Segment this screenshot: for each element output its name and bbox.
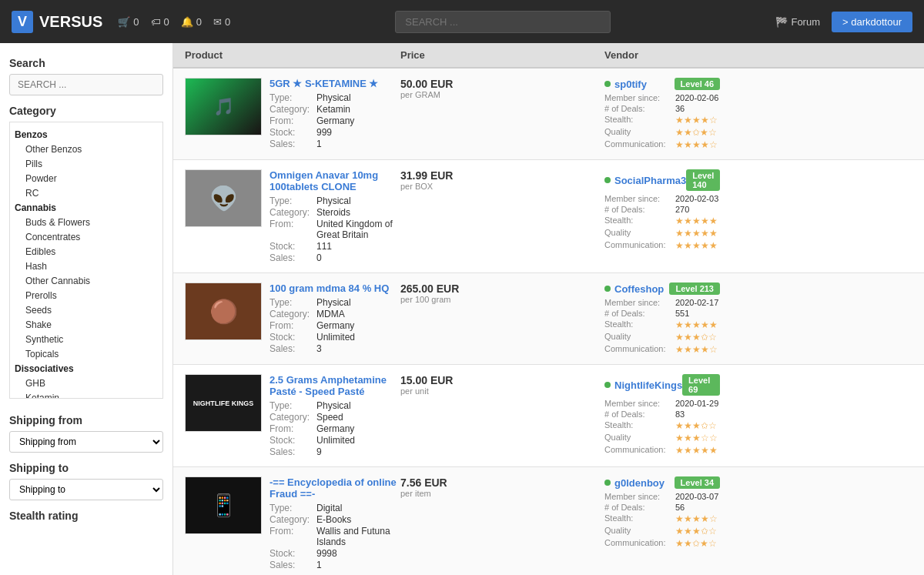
- vendor-online-indicator: [604, 81, 611, 87]
- list-item: Prerolls: [15, 288, 158, 303]
- vendor-link[interactable]: NightlifeKings: [614, 379, 682, 391]
- tag-count: 0: [164, 16, 169, 28]
- vendor-name: g0ldenboy: [604, 477, 665, 489]
- product-cell: NIGHTLIFE KINGS 2.5 Grams Amphetamine Pa…: [185, 374, 400, 457]
- shipping-to-select[interactable]: Shipping to: [9, 479, 163, 500]
- bell-icon-item[interactable]: 🔔 0: [181, 16, 202, 28]
- vendor-link[interactable]: g0ldenboy: [614, 477, 665, 489]
- comm-stars: ★★★★★: [675, 240, 720, 251]
- content-wrapper: Product Price Vendor 🎵 5GR ★ S-KETAMINE …: [173, 43, 924, 575]
- quality-stars: ★★★✩☆: [675, 526, 720, 537]
- list-item: Pills: [15, 156, 158, 171]
- price-cell: 7.56 EUR per item: [400, 476, 604, 498]
- product-cell: 👽 Omnigen Anavar 10mg 100tablets CLONE T…: [185, 169, 400, 263]
- shipping-to-title: Shipping to: [9, 462, 163, 474]
- quality-stars: ★★★✩☆: [675, 332, 720, 343]
- category-section: Category Benzos Other Benzos Pills Powde…: [0, 100, 172, 410]
- header-search-input[interactable]: [395, 11, 611, 33]
- product-info: 100 gram mdma 84 % HQ Type:Physical Cate…: [270, 282, 400, 354]
- price-unit: per 100 gram: [400, 295, 604, 304]
- shipping-from-select[interactable]: Shipping from: [9, 431, 163, 453]
- vendor-header-row: NightlifeKings Level 69: [604, 374, 720, 396]
- product-title-link[interactable]: 5GR ★ S-KETAMINE ★: [270, 78, 400, 89]
- vendor-online-indicator: [604, 286, 611, 292]
- stealth-rating-section: Stealth rating: [0, 505, 172, 531]
- category-section-title: Category: [9, 105, 163, 117]
- stealth-stars: ★★★✩☆: [675, 420, 720, 431]
- vendor-name: Coffeshop: [604, 283, 664, 295]
- shipping-to-section: Shipping to Shipping to: [0, 457, 172, 505]
- user-button[interactable]: > darkdottour: [832, 12, 912, 32]
- table-header: Product Price Vendor: [173, 43, 924, 69]
- tag-icon-item[interactable]: 🏷 0: [151, 16, 169, 28]
- list-item: Cannabis: [15, 200, 158, 215]
- vendor-level-badge: Level 213: [669, 282, 720, 295]
- search-section: Search: [0, 52, 172, 100]
- product-image: 👽: [185, 169, 262, 227]
- product-title-link[interactable]: -== Encyclopedia of online Fraud ==-: [270, 476, 400, 500]
- col-vendor: Vendor: [604, 49, 720, 61]
- table-row: 🎵 5GR ★ S-KETAMINE ★ Type:Physical Categ…: [173, 69, 924, 160]
- vendor-online-indicator: [604, 177, 611, 183]
- cart-icon-item[interactable]: 🛒 0: [118, 16, 139, 28]
- comm-stars: ★★★★☆: [675, 139, 720, 150]
- vendor-detail: Member since:2020-03-07 # of Deals:56 St…: [604, 492, 720, 549]
- product-title-link[interactable]: 100 gram mdma 84 % HQ: [270, 282, 400, 294]
- vendor-cell: sp0tify Level 46 Member since:2020-02-06…: [604, 78, 720, 150]
- product-image: 🟤: [185, 282, 262, 340]
- product-title-link[interactable]: Omnigen Anavar 10mg 100tablets CLONE: [270, 169, 400, 192]
- stealth-stars: ★★★★★: [675, 319, 720, 330]
- price-value: 31.99 EUR: [400, 169, 604, 182]
- product-info: 5GR ★ S-KETAMINE ★ Type:Physical Categor…: [270, 78, 400, 149]
- product-detail: Type:Physical Category:Steroids From:Uni…: [270, 196, 400, 263]
- vendor-online-indicator: [604, 382, 611, 388]
- product-image: 📱: [185, 476, 262, 534]
- vendor-link[interactable]: SocialPharma3: [614, 175, 686, 186]
- price-value: 15.00 EUR: [400, 374, 604, 386]
- vendor-name: sp0tify: [604, 79, 647, 90]
- list-item: Edibles: [15, 244, 158, 259]
- stealth-rating-title: Stealth rating: [9, 510, 163, 522]
- vendor-link[interactable]: Coffeshop: [614, 283, 664, 295]
- product-info: 2.5 Grams Amphetamine Pasté - Speed Past…: [270, 374, 400, 457]
- quality-stars: ★★★☆☆: [675, 433, 720, 443]
- vendor-cell: g0ldenboy Level 34 Member since:2020-03-…: [604, 476, 720, 549]
- price-value: 50.00 EUR: [400, 78, 604, 90]
- product-detail: Type:Physical Category:Ketamin From:Germ…: [270, 92, 400, 149]
- stealth-stars: ★★★★☆: [675, 115, 720, 125]
- list-item: RC: [15, 186, 158, 200]
- vendor-level-badge: Level 140: [686, 169, 720, 191]
- category-scroll[interactable]: Benzos Other Benzos Pills Powder RC Cann…: [9, 122, 163, 399]
- mail-icon-item[interactable]: ✉ 0: [213, 16, 230, 28]
- product-image: NIGHTLIFE KINGS: [185, 374, 262, 432]
- sidebar-search-input[interactable]: [9, 74, 163, 95]
- forum-label: Forum: [791, 16, 820, 28]
- col-product: Product: [185, 49, 400, 61]
- vendor-online-indicator: [604, 480, 611, 486]
- content: Product Price Vendor 🎵 5GR ★ S-KETAMINE …: [173, 43, 924, 575]
- list-item: Buds & Flowers: [15, 215, 158, 229]
- forum-link[interactable]: 🏁 Forum: [775, 16, 820, 28]
- list-item: Hash: [15, 259, 158, 273]
- vendor-link[interactable]: sp0tify: [614, 79, 647, 90]
- price-unit: per unit: [400, 386, 604, 396]
- product-detail: Type:Physical Category:MDMA From:Germany…: [270, 297, 400, 354]
- vendor-detail: Member since:2020-01-29 # of Deals:83 St…: [604, 399, 720, 456]
- vendor-header-row: Coffeshop Level 213: [604, 282, 720, 295]
- product-detail: Type:Physical Category:Speed From:German…: [270, 400, 400, 457]
- list-item: Topicals: [15, 346, 158, 361]
- header-right: 🏁 Forum > darkdottour: [775, 12, 912, 32]
- price-cell: 50.00 EUR per GRAM: [400, 78, 604, 99]
- vendor-detail: Member since:2020-02-03 # of Deals:270 S…: [604, 194, 720, 251]
- forum-icon: 🏁: [775, 16, 788, 28]
- price-unit: per GRAM: [400, 90, 604, 99]
- product-title-link[interactable]: 2.5 Grams Amphetamine Pasté - Speed Past…: [270, 374, 400, 397]
- product-cell: 🟤 100 gram mdma 84 % HQ Type:Physical Ca…: [185, 282, 400, 354]
- shipping-from-section: Shipping from Shipping from: [0, 410, 172, 457]
- main-layout: Search Category Benzos Other Benzos Pill…: [0, 43, 924, 575]
- stealth-stars: ★★★★☆: [675, 513, 720, 524]
- sidebar: Search Category Benzos Other Benzos Pill…: [0, 43, 173, 575]
- header-center: [230, 11, 775, 33]
- search-section-title: Search: [9, 57, 163, 69]
- list-item: Other Cannabis: [15, 273, 158, 288]
